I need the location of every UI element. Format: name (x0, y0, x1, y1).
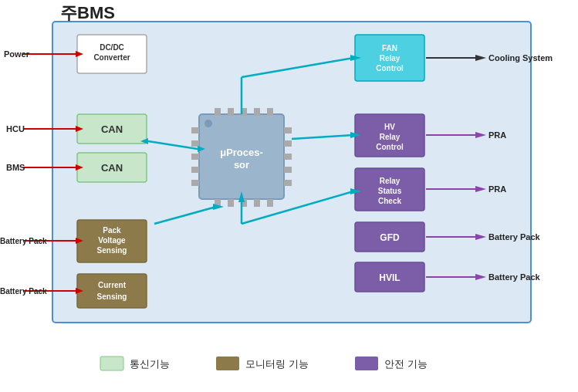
svg-marker-65 (76, 238, 83, 244)
svg-line-74 (242, 58, 353, 77)
svg-rect-22 (228, 199, 234, 207)
svg-rect-21 (215, 199, 221, 207)
svg-marker-56 (76, 51, 83, 57)
svg-text:Relay: Relay (380, 133, 401, 141)
svg-rect-43 (355, 114, 424, 157)
legend-safety: 안전 기능 (384, 358, 428, 370)
svg-rect-23 (241, 199, 247, 207)
svg-text:Relay: Relay (380, 177, 401, 185)
svg-text:Voltage: Voltage (98, 236, 126, 245)
svg-marker-71 (140, 138, 148, 144)
svg-rect-39 (355, 35, 424, 81)
svg-marker-83 (213, 204, 224, 210)
svg-rect-47 (355, 168, 424, 211)
svg-line-82 (154, 207, 216, 224)
svg-text:sor: sor (234, 159, 249, 171)
svg-text:HCU: HCU (6, 124, 25, 133)
svg-marker-85 (475, 55, 486, 61)
svg-text:Control: Control (376, 143, 404, 151)
svg-rect-18 (241, 108, 247, 116)
svg-rect-16 (215, 108, 221, 116)
legend-communication: 통신기능 (130, 358, 170, 370)
svg-text:Sensing: Sensing (97, 246, 127, 255)
svg-text:Relay: Relay (380, 54, 401, 63)
svg-rect-35 (284, 180, 292, 186)
svg-marker-59 (76, 126, 83, 132)
svg-rect-8 (77, 220, 147, 262)
svg-line-76 (292, 135, 353, 139)
svg-text:FAN: FAN (382, 44, 397, 52)
svg-text:HV: HV (384, 123, 395, 131)
svg-rect-32 (284, 140, 292, 147)
svg-rect-24 (254, 199, 260, 207)
svg-line-70 (148, 141, 198, 149)
svg-rect-34 (284, 167, 292, 173)
svg-rect-33 (284, 154, 292, 160)
svg-rect-30 (191, 180, 199, 186)
svg-text:DC/DC: DC/DC (100, 43, 124, 52)
svg-text:Pack: Pack (103, 226, 121, 235)
svg-text:CAN: CAN (101, 123, 123, 135)
svg-text:Control: Control (376, 64, 404, 73)
svg-rect-12 (77, 274, 147, 308)
svg-rect-1 (77, 35, 147, 73)
svg-rect-6 (77, 153, 147, 182)
svg-text:Status: Status (378, 187, 402, 195)
svg-marker-80 (350, 188, 361, 194)
svg-point-36 (204, 120, 212, 127)
svg-marker-72 (198, 146, 205, 152)
svg-marker-88 (475, 132, 486, 138)
svg-text:HVIL: HVIL (379, 272, 400, 283)
svg-rect-31 (284, 127, 292, 133)
svg-rect-25 (267, 199, 273, 207)
svg-marker-62 (76, 164, 83, 171)
svg-rect-28 (191, 154, 199, 160)
svg-rect-26 (191, 127, 199, 133)
svg-text:μProces-: μProces- (220, 147, 263, 158)
svg-rect-51 (355, 222, 424, 252)
svg-marker-97 (475, 274, 486, 280)
svg-rect-20 (267, 108, 273, 116)
svg-marker-81 (238, 191, 245, 202)
svg-text:PRA: PRA (488, 130, 506, 140)
legend-monitoring: 모니터링 기능 (245, 358, 309, 370)
svg-text:Current: Current (98, 281, 127, 289)
svg-marker-75 (350, 55, 361, 61)
svg-rect-27 (191, 140, 199, 147)
svg-rect-19 (254, 108, 260, 116)
svg-text:Battery Pack: Battery Pack (488, 272, 541, 282)
svg-rect-99 (100, 357, 123, 370)
svg-text:CAN: CAN (101, 162, 123, 174)
svg-text:Battery Pack: Battery Pack (488, 232, 541, 242)
svg-rect-29 (191, 167, 199, 173)
bms-title: 주BMS (60, 3, 115, 22)
svg-text:Check: Check (378, 197, 401, 205)
svg-text:Cooling System: Cooling System (488, 53, 553, 63)
svg-line-79 (242, 191, 353, 224)
svg-rect-53 (355, 262, 424, 292)
svg-text:GFD: GFD (380, 232, 400, 243)
svg-text:BMS: BMS (6, 163, 25, 172)
svg-marker-68 (76, 288, 83, 294)
svg-text:Power: Power (4, 49, 30, 59)
svg-marker-77 (350, 132, 361, 138)
svg-text:Battery Pack: Battery Pack (0, 287, 47, 296)
svg-text:Battery Pack: Battery Pack (0, 237, 47, 245)
svg-rect-101 (355, 357, 378, 370)
svg-text:Converter: Converter (93, 53, 130, 62)
svg-rect-4 (77, 114, 147, 144)
svg-rect-15 (199, 114, 284, 199)
svg-rect-100 (216, 357, 239, 370)
svg-rect-0 (52, 22, 531, 323)
svg-text:PRA: PRA (488, 184, 506, 194)
svg-marker-94 (475, 234, 486, 240)
svg-rect-17 (228, 108, 234, 116)
svg-text:Sensing: Sensing (97, 292, 127, 301)
svg-marker-91 (475, 186, 486, 192)
